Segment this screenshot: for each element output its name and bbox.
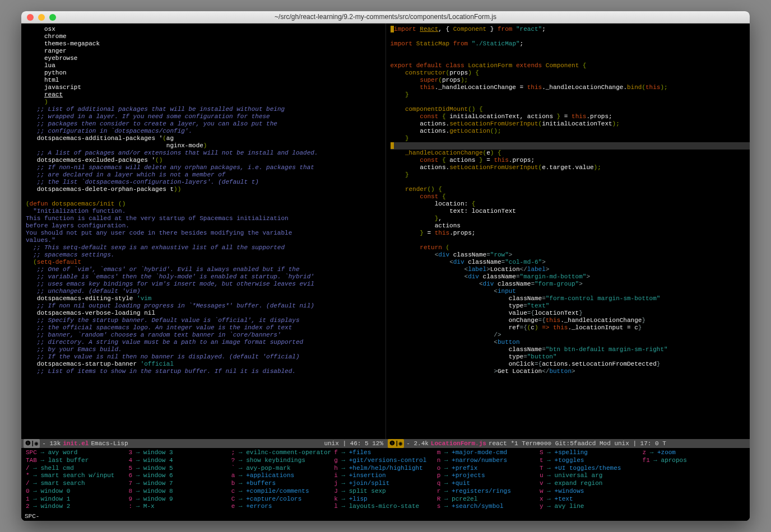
which-key-panel: SPC → avy wordTAB → last buffer/ → shell… — [21, 448, 750, 512]
which-key-item[interactable]: SPC → avy word — [26, 449, 128, 457]
which-key-item[interactable]: 9 → window 9 — [128, 496, 231, 503]
modeline-left[interactable]: ❶|◉ - 13k init.el Emacs-Lisp unix | 46: … — [21, 439, 386, 448]
which-key-column: S → +spellingt → +togglesT → +UI toggles… — [540, 449, 642, 511]
which-key-item[interactable]: 0 → window 0 — [26, 488, 128, 496]
which-key-item[interactable]: 4 → window 4 — [128, 457, 231, 465]
which-key-item[interactable]: 7 → window 7 — [128, 480, 231, 488]
modeline-right[interactable]: ❶|◉ - 2.4k LocationForm.js react *1 Tern… — [386, 439, 750, 448]
which-key-item[interactable]: z → +zoom — [643, 449, 745, 457]
which-key-item[interactable]: a → +applications — [231, 472, 334, 480]
which-key-item[interactable]: / → shell cmd — [26, 465, 128, 473]
which-key-item[interactable]: x → +text — [540, 496, 642, 503]
which-key-item[interactable]: 6 → window 6 — [128, 472, 231, 480]
which-key-item[interactable]: q → +quit — [437, 480, 540, 488]
which-key-item[interactable]: ` → avy-pop-mark — [231, 465, 334, 473]
which-key-item[interactable]: p → +projects — [437, 472, 540, 480]
traffic-lights — [21, 14, 56, 21]
minibuffer[interactable]: SPC- — [21, 512, 750, 521]
modelines: ❶|◉ - 13k init.el Emacs-Lisp unix | 46: … — [21, 439, 750, 448]
which-key-item[interactable]: u → universal arg — [540, 472, 642, 480]
which-key-item[interactable]: T → +UI toggles/themes — [540, 465, 642, 473]
which-key-item[interactable]: ; → evilnc-comment-operator — [231, 449, 334, 457]
which-key-item[interactable]: C → +capture/colors — [231, 496, 334, 503]
file-size: - 2.4k — [406, 439, 429, 448]
which-key-item[interactable]: i → +insertion — [334, 472, 436, 480]
which-key-column: ; → evilnc-comment-operator? → show keyb… — [231, 449, 334, 511]
split-panes: osx chrome themes-megapack ranger eyebro… — [21, 24, 750, 439]
right-code[interactable]: import React, { Component } from "react"… — [386, 24, 750, 377]
titlebar[interactable]: ~/src/gh/react-learning/9.2-my-comments/… — [21, 11, 750, 24]
which-key-item[interactable]: y → avy line — [540, 503, 642, 511]
which-key-item[interactable]: 1 → window 1 — [26, 496, 128, 503]
which-key-item[interactable]: R → pcre2el — [437, 496, 540, 503]
mode-info: react *1 Tern⊕⊙⊙⊙ Git:5faadcd Mod unix |… — [489, 439, 666, 448]
editor-area: osx chrome themes-megapack ranger eyebro… — [21, 24, 750, 521]
fullscreen-icon[interactable] — [49, 14, 56, 21]
which-key-item[interactable]: f → +files — [334, 449, 436, 457]
state-badge-icon: ❶|◉ — [388, 439, 404, 448]
filename: LocationForm.js — [431, 439, 486, 448]
which-key-item[interactable]: j → +join/split — [334, 480, 436, 488]
which-key-item[interactable]: r → +registers/rings — [437, 488, 540, 496]
which-key-item[interactable]: g → +git/versions-control — [334, 457, 436, 465]
left-pane[interactable]: osx chrome themes-megapack ranger eyebro… — [21, 24, 386, 439]
which-key-item[interactable]: f1 → apropos — [643, 457, 745, 465]
which-key-item[interactable]: 8 → window 8 — [128, 488, 231, 496]
which-key-item[interactable]: s → +search/symbol — [437, 503, 540, 511]
close-icon[interactable] — [27, 14, 34, 21]
minimize-icon[interactable] — [38, 14, 45, 21]
which-key-column: SPC → avy wordTAB → last buffer/ → shell… — [26, 449, 128, 511]
which-key-column: m → +major-mode-cmdn → +narrow/numberso … — [437, 449, 540, 511]
which-key-item[interactable]: / → smart search — [26, 480, 128, 488]
major-mode: Emacs-Lisp — [91, 439, 128, 448]
which-key-item[interactable]: v → expand region — [540, 480, 642, 488]
which-key-item[interactable]: m → +major-mode-cmd — [437, 449, 540, 457]
which-key-item[interactable]: * → smart search w/input — [26, 472, 128, 480]
filename: init.el — [63, 439, 89, 448]
which-key-item[interactable]: t → +toggles — [540, 457, 642, 465]
which-key-item[interactable]: ? → show keybindings — [231, 457, 334, 465]
which-key-item[interactable]: w → +windows — [540, 488, 642, 496]
which-key-column: f → +filesg → +git/versions-controlh → +… — [334, 449, 436, 511]
which-key-item[interactable]: 3 → window 3 — [128, 449, 231, 457]
which-key-item[interactable]: b → +buffers — [231, 480, 334, 488]
which-key-item[interactable]: 2 → window 2 — [26, 503, 128, 511]
which-key-item[interactable]: S → +spelling — [540, 449, 642, 457]
which-key-item[interactable]: h → +helm/help/highlight — [334, 465, 436, 473]
which-key-item[interactable]: n → +narrow/numbers — [437, 457, 540, 465]
position-info: unix | 46: 5 12% — [324, 439, 383, 448]
which-key-item[interactable]: k → +lisp — [334, 496, 436, 503]
which-key-item[interactable]: : → M-x — [128, 503, 231, 511]
file-size: - 13k — [42, 439, 61, 448]
left-code[interactable]: osx chrome themes-megapack ranger eyebro… — [21, 24, 386, 377]
which-key-column: 3 → window 34 → window 45 → window 56 → … — [128, 449, 231, 511]
window-title: ~/src/gh/react-learning/9.2-my-comments/… — [21, 13, 750, 21]
which-key-item[interactable]: TAB → last buffer — [26, 457, 128, 465]
which-key-item[interactable]: J → split sexp — [334, 488, 436, 496]
which-key-item[interactable]: e → +errors — [231, 503, 334, 511]
which-key-column: z → +zoomf1 → apropos — [643, 449, 745, 511]
which-key-item[interactable]: 5 → window 5 — [128, 465, 231, 473]
right-pane[interactable]: import React, { Component } from "react"… — [386, 24, 750, 439]
state-badge-icon: ❶|◉ — [24, 439, 40, 448]
app-window: ~/src/gh/react-learning/9.2-my-comments/… — [21, 11, 750, 521]
which-key-item[interactable]: o → +prefix — [437, 465, 540, 473]
which-key-item[interactable]: l → layouts-micro-state — [334, 503, 436, 511]
which-key-item[interactable]: c → +compile/comments — [231, 488, 334, 496]
